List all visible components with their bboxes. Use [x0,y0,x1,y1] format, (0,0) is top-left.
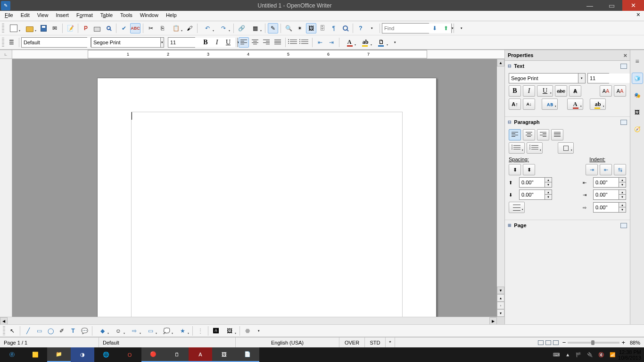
find-next-button[interactable]: ⬆ [441,23,451,33]
text-tool-icon[interactable]: T [68,326,78,336]
bullets-button[interactable] [299,37,310,48]
points-button[interactable]: ⋮ [195,326,206,336]
tray-flag-icon[interactable]: 🏴 [576,352,581,357]
find-replace-button[interactable]: 🔍 [283,23,294,33]
zoom-out-button[interactable]: − [562,339,566,346]
task-app-icon[interactable]: 🟨 [24,347,47,362]
rectangle-tool-icon[interactable]: ▭ [34,326,44,336]
fontwork-gallery-button[interactable]: 🅰 [211,326,221,336]
horizontal-ruler[interactable]: 1 2 3 4 5 6 7 [12,50,504,58]
scroll-down-button[interactable]: ▼ [497,287,504,294]
prop-increase-spacing-button[interactable]: ⬍ [509,164,521,175]
task-ie-icon[interactable]: ⓔ [0,347,24,362]
close-button[interactable]: ✕ [622,0,644,11]
styles-button[interactable]: ☰ [6,37,17,48]
menu-insert[interactable]: Insert [52,11,73,21]
line-tool-icon[interactable]: ╱ [23,326,33,336]
tray-clock[interactable]: 12:38 PM 10/6/2013 [618,349,641,361]
toolbar-grip[interactable] [2,38,4,47]
prop-subscript-button[interactable]: AA [614,85,626,97]
navigator-button[interactable]: ✴ [295,23,305,33]
prop-firstline-indent-input[interactable]: ▲▼ [593,202,626,213]
prop-increase-font-button[interactable]: A↑ [509,99,521,110]
prop-numbering-button[interactable]: ▾ [527,142,543,154]
block-arrows-button[interactable]: ⇨▾ [127,326,142,336]
more-options-icon[interactable] [620,223,627,228]
next-page-button[interactable]: ▾ [497,309,504,317]
font-size-select[interactable]: ▾ [168,37,195,48]
ellipse-tool-icon[interactable]: ◯ [45,326,56,336]
extrusion-button[interactable]: ⬣ [242,326,253,336]
toolbar-overflow-icon[interactable]: ▾ [390,37,400,48]
status-page[interactable]: Page 1 / 1 [0,337,99,347]
hyperlink-button[interactable]: 🔗 [236,23,247,33]
autospellcheck-button[interactable]: ABC [130,23,140,33]
save-button[interactable] [38,23,49,33]
format-paintbrush-button[interactable]: 🖌 [184,23,195,33]
prop-indent-right-input[interactable]: ▲▼ [593,189,626,200]
align-center-button[interactable] [250,37,260,48]
whats-this-arrow-icon[interactable]: ▾ [367,23,377,33]
zoom-slider[interactable] [568,342,619,344]
basic-shapes-button[interactable]: ◆▾ [95,326,110,336]
prop-font-color-button[interactable]: A▾ [567,99,583,110]
maximize-button[interactable]: ▭ [601,0,622,11]
spellcheck-button[interactable]: ✔ [119,23,129,33]
tray-power-icon[interactable]: 🔌 [587,352,593,357]
prop-bold-button[interactable]: B [509,85,521,97]
status-selection-mode[interactable]: STD [365,337,386,347]
document-canvas[interactable] [12,59,497,317]
data-sources-button[interactable]: 🗄 [317,23,328,33]
collapse-icon[interactable]: ⊟ [508,120,512,124]
scroll-left-button[interactable]: ◀ [0,317,8,324]
task-adobe-icon[interactable]: A [189,347,212,362]
zoom-button[interactable] [340,23,350,33]
bold-button[interactable]: B [200,37,211,48]
task-app2-icon[interactable]: ◑ [71,347,94,362]
page[interactable] [97,78,437,317]
prop-superscript-button[interactable]: AA [600,85,612,97]
numbering-button[interactable] [288,37,298,48]
more-options-icon[interactable] [620,120,627,125]
scroll-up-button[interactable]: ▲ [497,59,504,66]
tray-keyboard-icon[interactable]: ⌨ [553,352,560,357]
selection-tool-icon[interactable]: ↖ [7,326,17,336]
prop-decrease-spacing-button[interactable]: ⬍ [523,164,535,175]
paste-button[interactable]: 📋▾ [168,23,183,33]
vertical-scrollbar[interactable]: ▲ ▼ ▴ ◦ ▾ [497,59,504,317]
horizontal-scrollbar[interactable]: ◀ ▶ [0,317,504,324]
scroll-right-button[interactable]: ▶ [489,317,497,324]
help-button[interactable]: ? [355,23,366,33]
more-options-icon[interactable] [620,64,627,69]
task-office-icon[interactable]: O [118,347,141,362]
prop-hanging-indent-button[interactable]: ⇆ [614,164,626,175]
flowcharts-button[interactable]: ▭▾ [143,326,158,336]
status-language[interactable]: English (USA) [236,337,339,347]
status-insert-mode[interactable]: OVER [339,337,365,347]
prop-increase-indent-button[interactable]: ⇥ [586,164,598,175]
apply-style-select[interactable]: ▾ [21,37,87,48]
menu-tools[interactable]: Tools [116,11,136,21]
print-button[interactable] [92,23,102,33]
prop-shadow-button[interactable]: A [569,85,581,97]
prop-spacing-below-input[interactable]: ▲▼ [519,189,552,200]
sidebar-settings-icon[interactable]: ≡ [632,56,643,67]
menu-edit[interactable]: Edit [17,11,33,21]
decrease-indent-button[interactable]: ⇤ [315,37,325,48]
menu-file[interactable]: File [1,11,17,21]
gallery-button[interactable]: 🖼 [306,23,316,33]
prop-para-bg-button[interactable]: ▾ [558,142,574,154]
prop-highlighting-button[interactable]: ab▾ [590,99,606,110]
task-photos-icon[interactable]: 🖼 [212,347,236,362]
menu-view[interactable]: View [33,11,52,21]
navigation-button[interactable]: ◦ [497,302,504,309]
navigator-tab-icon[interactable]: 🧭 [632,123,643,135]
styles-tab-icon[interactable]: 🎭 [632,90,643,101]
table-button[interactable]: ▦▾ [248,23,263,33]
cut-button[interactable]: ✂ [146,23,156,33]
toolbar-grip[interactable] [2,24,4,33]
expand-icon[interactable]: ⊞ [508,223,512,228]
from-file-button[interactable]: 🖼▾ [222,326,237,336]
properties-tab-icon[interactable]: 🧊 [632,73,643,84]
undo-button[interactable]: ↶▾ [200,23,215,33]
